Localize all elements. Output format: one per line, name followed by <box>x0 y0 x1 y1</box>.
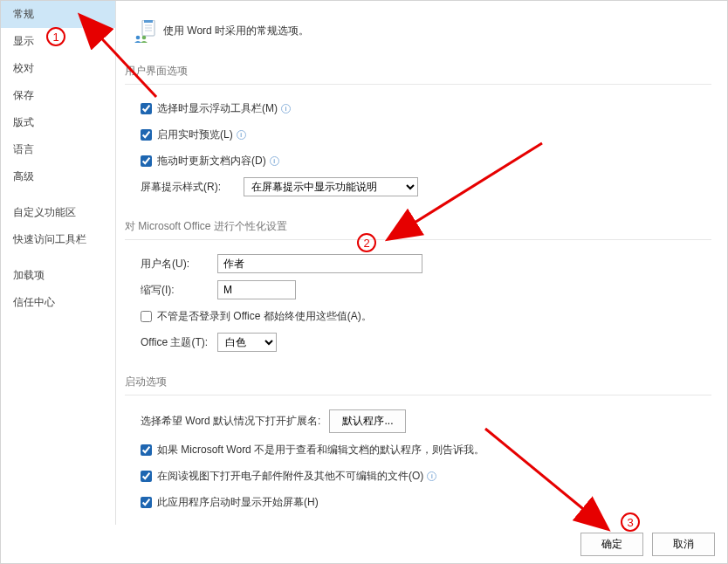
sidebar-item-layout[interactable]: 版式 <box>1 109 115 136</box>
page-title: 使用 Word 时采用的常规选项。 <box>163 24 309 38</box>
sidebar-item-proofing[interactable]: 校对 <box>1 55 115 82</box>
ok-button[interactable]: 确定 <box>580 533 643 556</box>
section-ui-title: 用户界面选项 <box>125 64 711 85</box>
svg-rect-1 <box>144 20 153 23</box>
options-sidebar: 常规 显示 校对 保存 版式 语言 高级 自定义功能区 快速访问工具栏 加载项 … <box>1 1 116 525</box>
svg-point-6 <box>142 36 147 40</box>
theme-label: Office 主题(T): <box>141 335 217 350</box>
theme-select[interactable]: 白色 <box>217 333 277 352</box>
checkbox-start-screen[interactable]: 此应用程序启动时显示开始屏幕(H) <box>141 495 319 510</box>
info-icon: i <box>270 156 279 166</box>
checkbox-start-screen-input[interactable] <box>141 497 152 508</box>
sidebar-item-save[interactable]: 保存 <box>1 82 115 109</box>
username-label: 用户名(U): <box>141 257 217 272</box>
checkbox-drag-update-label: 拖动时更新文档内容(D) <box>157 154 266 169</box>
checkbox-live-preview-label: 启用实时预览(L) <box>157 127 233 142</box>
checkbox-drag-update-input[interactable] <box>141 155 152 167</box>
section-personal-title: 对 Microsoft Office 进行个性化设置 <box>125 219 711 240</box>
checkbox-minibar[interactable]: 选择时显示浮动工具栏(M) <box>141 101 278 116</box>
general-options-icon <box>134 20 155 41</box>
checkbox-minibar-input[interactable] <box>141 103 152 114</box>
checkbox-open-attach-label: 在阅读视图下打开电子邮件附件及其他不可编辑的文件(O) <box>157 469 423 484</box>
info-icon: i <box>237 130 246 140</box>
checkbox-default-program-input[interactable] <box>141 444 152 456</box>
dialog-footer: 确定 取消 <box>580 533 715 556</box>
sidebar-item-trust-center[interactable]: 信任中心 <box>1 289 115 316</box>
checkbox-open-attach-input[interactable] <box>141 471 152 482</box>
sidebar-item-customize-ribbon[interactable]: 自定义功能区 <box>1 199 115 226</box>
checkbox-always-use-label: 不管是否登录到 Office 都始终使用这些值(A)。 <box>157 309 372 324</box>
checkbox-minibar-label: 选择时显示浮动工具栏(M) <box>157 101 278 116</box>
checkbox-live-preview-input[interactable] <box>141 129 152 141</box>
checkbox-always-use-input[interactable] <box>141 311 152 322</box>
checkbox-always-use[interactable]: 不管是否登录到 Office 都始终使用这些值(A)。 <box>141 309 372 324</box>
checkbox-live-preview[interactable]: 启用实时预览(L) <box>141 127 233 142</box>
info-icon: i <box>281 104 291 113</box>
cancel-button[interactable]: 取消 <box>652 533 715 556</box>
default-programs-button[interactable]: 默认程序... <box>329 409 406 433</box>
checkbox-default-program-label: 如果 Microsoft Word 不是用于查看和编辑文档的默认程序，则告诉我。 <box>157 443 484 457</box>
screentip-select[interactable]: 在屏幕提示中显示功能说明 <box>244 177 418 196</box>
checkbox-start-screen-label: 此应用程序启动时显示开始屏幕(H) <box>157 495 319 510</box>
initials-input[interactable] <box>217 280 296 299</box>
default-ext-label: 选择希望 Word 默认情况下打开扩展名: <box>141 414 320 429</box>
username-input[interactable] <box>217 254 422 273</box>
sidebar-item-addins[interactable]: 加载项 <box>1 262 115 289</box>
sidebar-item-advanced[interactable]: 高级 <box>1 163 115 190</box>
checkbox-open-attach[interactable]: 在阅读视图下打开电子邮件附件及其他不可编辑的文件(O) <box>141 469 423 484</box>
options-main-panel: 使用 Word 时采用的常规选项。 用户界面选项 选择时显示浮动工具栏(M) i… <box>116 1 727 525</box>
info-icon: i <box>427 471 436 481</box>
initials-label: 缩写(I): <box>141 283 217 298</box>
sidebar-item-display[interactable]: 显示 <box>1 28 115 55</box>
sidebar-item-qat[interactable]: 快速访问工具栏 <box>1 226 115 253</box>
checkbox-default-program[interactable]: 如果 Microsoft Word 不是用于查看和编辑文档的默认程序，则告诉我。 <box>141 443 484 457</box>
sidebar-item-general[interactable]: 常规 <box>1 1 115 28</box>
section-startup-title: 启动选项 <box>125 375 711 395</box>
sidebar-item-language[interactable]: 语言 <box>1 136 115 163</box>
screentip-label: 屏幕提示样式(R): <box>141 180 244 195</box>
checkbox-drag-update[interactable]: 拖动时更新文档内容(D) <box>141 154 266 169</box>
svg-point-5 <box>136 36 141 40</box>
